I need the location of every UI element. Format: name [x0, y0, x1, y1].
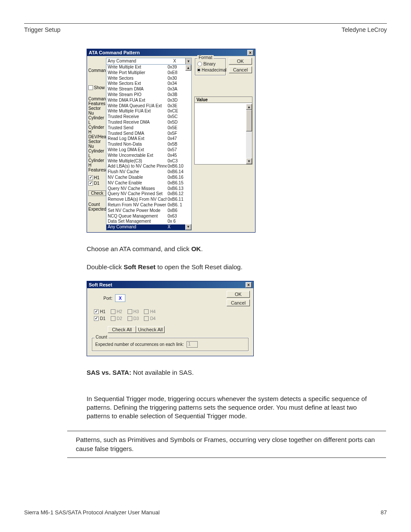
scroll-down-icon[interactable]: ▼: [185, 224, 191, 230]
combo-text: Any Command: [106, 58, 172, 64]
sequential-trigger-text: In Sequential Trigger mode, triggering o…: [87, 395, 380, 421]
list-item[interactable]: Write DMA Queued FUA Ext0x3E: [106, 103, 191, 109]
right-column: OK Cancel Format Binary Hexadecimal Valu…: [192, 56, 254, 230]
count-fieldset: Count Expected number of occurrences on …: [91, 337, 249, 352]
list-item[interactable]: Return From NV Cache Power Mode0xB6. 1: [106, 202, 191, 208]
page-footer: Sierra M6-1 SAS/SATA Protocol Analyzer U…: [24, 509, 387, 516]
command-column: Any Command X ▼ ▲ ▼ Write Multiple Ext0x…: [106, 56, 192, 230]
titlebar: ATA Command Pattern ×: [87, 49, 255, 56]
list-item[interactable]: Write Stream DMA0x3A: [106, 87, 191, 92]
list-item[interactable]: Write Multiple Ext0x39: [106, 65, 191, 70]
port-checkbox[interactable]: [94, 309, 99, 314]
scroll-up-icon[interactable]: ▲: [246, 104, 252, 110]
list-item[interactable]: NCQ Queue Management0x63: [106, 214, 191, 219]
port-checkbox-grid: H1H2H3H4D1D2D3D4: [94, 308, 250, 322]
scroll-up-icon[interactable]: ▲: [185, 65, 191, 71]
list-item[interactable]: Remove LBA(s) From NV Cache Pinned S0xB6…: [106, 197, 191, 202]
dialog-title: ATA Command Pattern: [89, 50, 140, 55]
list-item[interactable]: Add LBA(s) to NV Cache Pinned Set0xB6.10: [106, 164, 191, 169]
titlebar: Soft Reset ×: [87, 281, 253, 288]
hex-radio[interactable]: [197, 68, 200, 72]
port-checkbox: [144, 309, 149, 314]
command-combo[interactable]: Any Command X ▼: [106, 58, 192, 65]
list-item[interactable]: Write Sectors0x30: [106, 76, 191, 81]
list-item[interactable]: Trusted Send0x5E: [106, 125, 191, 131]
port-checkbox: [128, 316, 132, 321]
list-item[interactable]: Write Multiple(C3)0xC3: [106, 159, 191, 164]
list-item[interactable]: Write Stream PIO0x3B: [106, 92, 191, 98]
close-icon[interactable]: ×: [246, 282, 252, 288]
command-listbox[interactable]: ▲ ▼ Write Multiple Ext0x39Write Port Mul…: [106, 65, 192, 230]
count-input[interactable]: 1: [187, 341, 198, 348]
soft-reset-dialog: Soft Reset × OK Cancel Port: X H1H2H3H4D…: [87, 281, 254, 356]
list-item[interactable]: Flush NV Cache0xB6.14: [106, 169, 191, 175]
note-box: Patterns, such as Primitives and Symbols…: [67, 431, 386, 458]
count-legend: Count: [94, 335, 109, 339]
close-icon[interactable]: ×: [247, 50, 253, 56]
list-item[interactable]: NV Cache Disable0xB6.16: [106, 175, 191, 180]
footer-right: 87: [381, 509, 387, 516]
port-checkbox: [128, 309, 132, 314]
page-header: Trigger Setup Teledyne LeCroy: [24, 26, 387, 33]
scroll-down-icon[interactable]: ▼: [246, 158, 252, 164]
value-list[interactable]: Value ▲ ▼: [194, 96, 252, 165]
list-item[interactable]: Data Set Management0x 6: [106, 219, 191, 224]
port-input[interactable]: X: [115, 294, 125, 302]
port-label: Port:: [103, 296, 112, 301]
list-item[interactable]: Write Multiple FUA Ext0xCE: [106, 109, 191, 114]
scroll-thumb[interactable]: [246, 110, 252, 131]
list-item[interactable]: Trusted Receive0x5C: [106, 114, 191, 120]
count-label: Expected number of occurrences on each l…: [95, 342, 184, 347]
footer-left: Sierra M6-1 SAS/SATA Protocol Analyzer U…: [24, 509, 160, 516]
h1-checkbox[interactable]: [88, 175, 93, 180]
list-item[interactable]: Set NV Cache Power Mode0xB6: [106, 208, 191, 214]
format-legend: Format: [197, 55, 214, 60]
list-item-selected[interactable]: Any CommandX: [106, 224, 191, 230]
ok-button[interactable]: OK: [227, 291, 250, 298]
list-item[interactable]: Query NV Cache Pinned Set0xB6.12: [106, 191, 191, 197]
list-item[interactable]: Trusted Non-Data0x5B: [106, 142, 191, 147]
check-all-button[interactable]: Check All: [108, 326, 136, 333]
instruction-1: Choose an ATA command, and click OK.: [87, 245, 380, 253]
show-checkbox[interactable]: [88, 85, 93, 90]
header-right: Teledyne LeCroy: [342, 26, 387, 33]
value-header: Value: [195, 97, 252, 103]
chevron-down-icon[interactable]: ▼: [185, 58, 191, 64]
dialog-title: Soft Reset: [89, 282, 112, 287]
ok-button[interactable]: OK: [229, 58, 252, 65]
list-item[interactable]: Trusted Send DMA0x5F: [106, 131, 191, 137]
list-item[interactable]: Write Port Multiplier0xE8: [106, 70, 191, 76]
list-item[interactable]: Write Uncorrectable Ext0x45: [106, 153, 191, 159]
list-item[interactable]: Trusted Receive DMA0x5D: [106, 120, 191, 125]
cancel-button[interactable]: Cancel: [229, 66, 252, 73]
list-item[interactable]: NV Cache Enable0xB6.15: [106, 180, 191, 186]
port-checkbox: [111, 309, 115, 314]
cancel-button[interactable]: Cancel: [227, 299, 250, 306]
combo-code: X: [172, 58, 185, 64]
ata-command-pattern-dialog: ATA Command Pattern × Command: Show Comm…: [87, 49, 255, 233]
binary-radio[interactable]: [197, 62, 202, 66]
instruction-2: Double-click Soft Reset to open the Soft…: [87, 263, 380, 271]
header-left: Trigger Setup: [24, 26, 60, 33]
port-checkbox[interactable]: [94, 316, 99, 321]
list-item[interactable]: Read Log DMA Ext0x47: [106, 136, 191, 142]
port-checkbox: [144, 316, 149, 321]
scrollbar[interactable]: ▲ ▼: [246, 104, 252, 164]
d1-checkbox[interactable]: [88, 181, 93, 186]
uncheck-all-button[interactable]: Uncheck All: [136, 326, 165, 333]
port-checkbox: [111, 316, 115, 321]
list-item[interactable]: Write Log DMA Ext0x57: [106, 147, 191, 153]
list-item[interactable]: Query NV Cache Misses0xB6.13: [106, 186, 191, 192]
list-item[interactable]: Write DMA FUA Ext0x3D: [106, 98, 191, 103]
sas-note: SAS vs. SATA: Not available in SAS.: [87, 368, 380, 377]
left-label-column: Command: Show Command Features Sector Nu…: [87, 56, 106, 230]
check-button[interactable]: Check: [88, 190, 106, 196]
command-label: Command:: [88, 68, 106, 73]
list-item[interactable]: Write Sectors Ext0x34: [106, 81, 191, 87]
